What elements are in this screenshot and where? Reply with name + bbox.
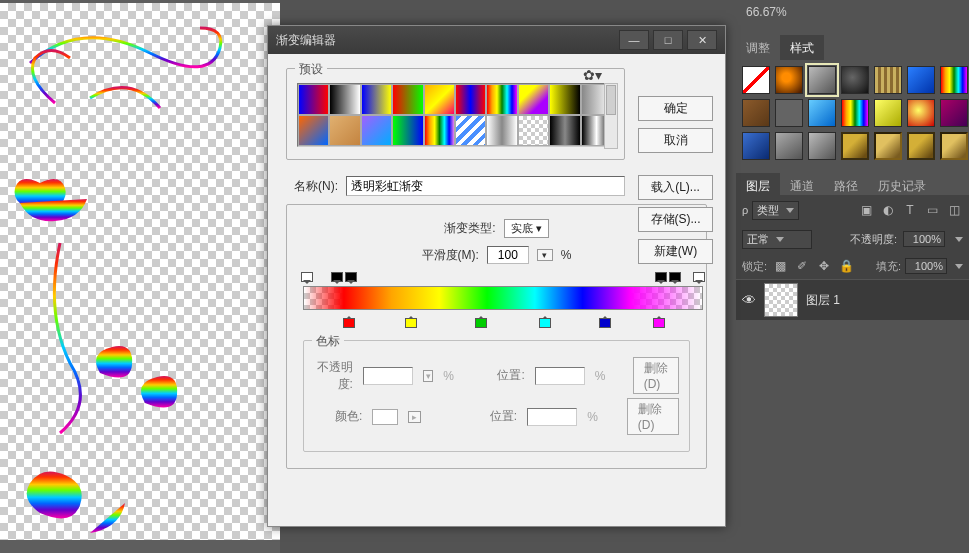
preset-swatch[interactable]: [424, 115, 455, 146]
tab-paths[interactable]: 路径: [824, 173, 868, 195]
style-swatch[interactable]: [841, 99, 869, 127]
layer-thumbnail[interactable]: [764, 283, 798, 317]
blend-mode-select[interactable]: 正常: [742, 230, 812, 249]
document-canvas[interactable]: [0, 3, 280, 540]
dialog-titlebar[interactable]: 渐变编辑器 — □ ✕: [268, 26, 725, 54]
color-location-field[interactable]: [527, 408, 577, 426]
filter-adjust-icon[interactable]: ◐: [879, 201, 897, 219]
smoothness-input[interactable]: [487, 246, 529, 264]
gradient-type-select[interactable]: 实底 ▾: [504, 219, 549, 238]
filter-image-icon[interactable]: ▣: [857, 201, 875, 219]
filter-smart-icon[interactable]: ◫: [945, 201, 963, 219]
tab-styles[interactable]: 样式: [780, 35, 824, 60]
save-button[interactable]: 存储(S)...: [638, 207, 713, 232]
tab-adjust[interactable]: 调整: [736, 35, 780, 60]
style-swatch[interactable]: [742, 132, 770, 160]
preset-swatch[interactable]: [361, 84, 392, 115]
style-swatch[interactable]: [775, 99, 803, 127]
style-swatch[interactable]: [940, 99, 968, 127]
style-swatch[interactable]: [874, 132, 902, 160]
style-swatch[interactable]: [742, 66, 770, 94]
color-stop[interactable]: [539, 316, 549, 328]
preset-swatch[interactable]: [549, 84, 580, 115]
opacity-location-field[interactable]: [535, 367, 585, 385]
ok-button[interactable]: 确定: [638, 96, 713, 121]
filter-type-icon[interactable]: T: [901, 201, 919, 219]
lock-move-icon[interactable]: ✥: [815, 257, 833, 275]
tab-layers[interactable]: 图层: [736, 173, 780, 195]
style-swatch[interactable]: [907, 99, 935, 127]
preset-swatch[interactable]: [424, 84, 455, 115]
layer-type-select[interactable]: 类型: [752, 201, 799, 220]
layer-row[interactable]: 👁 图层 1: [736, 280, 969, 320]
zoom-level[interactable]: 66.67%: [746, 5, 787, 19]
preset-swatch[interactable]: [486, 84, 517, 115]
preset-swatch[interactable]: [486, 115, 517, 146]
layer-name[interactable]: 图层 1: [806, 292, 840, 309]
preset-swatch[interactable]: [329, 115, 360, 146]
opacity-stepper[interactable]: ▾: [423, 370, 433, 382]
visibility-icon[interactable]: 👁: [742, 292, 756, 308]
opacity-stop[interactable]: [655, 272, 665, 284]
opacity-stop[interactable]: [301, 272, 311, 284]
gradient-bar[interactable]: [303, 286, 703, 310]
lock-brush-icon[interactable]: ✐: [793, 257, 811, 275]
style-swatch[interactable]: [874, 66, 902, 94]
tab-history[interactable]: 历史记录: [868, 173, 936, 195]
opacity-stop[interactable]: [669, 272, 679, 284]
preset-swatch[interactable]: [549, 115, 580, 146]
style-swatch[interactable]: [808, 132, 836, 160]
gradient-bar-editor[interactable]: [303, 272, 703, 328]
opacity-stop[interactable]: [331, 272, 341, 284]
preset-swatch[interactable]: [455, 115, 486, 146]
style-swatch[interactable]: [775, 132, 803, 160]
smoothness-stepper[interactable]: ▾: [537, 249, 553, 261]
preset-swatch[interactable]: [518, 115, 549, 146]
close-button[interactable]: ✕: [687, 30, 717, 50]
color-stop[interactable]: [653, 316, 663, 328]
filter-shape-icon[interactable]: ▭: [923, 201, 941, 219]
preset-swatch[interactable]: [329, 84, 360, 115]
tab-channels[interactable]: 通道: [780, 173, 824, 195]
style-swatch-selected[interactable]: [808, 66, 836, 94]
style-swatch[interactable]: [940, 66, 968, 94]
gradient-name-input[interactable]: [346, 176, 625, 196]
color-stop[interactable]: [475, 316, 485, 328]
delete-opacity-stop-button[interactable]: 删除(D): [633, 357, 679, 394]
preset-swatch[interactable]: [298, 115, 329, 146]
preset-swatch[interactable]: [392, 115, 423, 146]
style-swatch[interactable]: [742, 99, 770, 127]
maximize-button[interactable]: □: [653, 30, 683, 50]
style-swatch[interactable]: [775, 66, 803, 94]
preset-swatch[interactable]: [518, 84, 549, 115]
delete-color-stop-button[interactable]: 删除(D): [627, 398, 679, 435]
opacity-stop[interactable]: [693, 272, 703, 284]
color-well[interactable]: [372, 409, 398, 425]
style-swatch[interactable]: [907, 132, 935, 160]
opacity-value[interactable]: 100%: [903, 231, 945, 247]
load-button[interactable]: 载入(L)...: [638, 175, 713, 200]
opacity-field[interactable]: [363, 367, 413, 385]
opacity-stop[interactable]: [345, 272, 355, 284]
lock-pixels-icon[interactable]: ▩: [771, 257, 789, 275]
color-stop[interactable]: [405, 316, 415, 328]
style-swatch[interactable]: [841, 132, 869, 160]
color-stop[interactable]: [343, 316, 353, 328]
preset-swatch[interactable]: [392, 84, 423, 115]
style-swatch[interactable]: [841, 66, 869, 94]
minimize-button[interactable]: —: [619, 30, 649, 50]
style-swatch[interactable]: [808, 99, 836, 127]
color-picker-arrow[interactable]: ▸: [408, 411, 420, 423]
cancel-button[interactable]: 取消: [638, 128, 713, 153]
new-button[interactable]: 新建(W): [638, 239, 713, 264]
presets-menu-icon[interactable]: ✿▾: [583, 67, 602, 83]
style-swatch[interactable]: [874, 99, 902, 127]
preset-swatch[interactable]: [298, 84, 329, 115]
preset-swatch[interactable]: [455, 84, 486, 115]
fill-value[interactable]: 100%: [905, 258, 947, 274]
color-stop[interactable]: [599, 316, 609, 328]
style-swatch[interactable]: [940, 132, 968, 160]
preset-swatch[interactable]: [361, 115, 392, 146]
lock-all-icon[interactable]: 🔒: [837, 257, 855, 275]
style-swatch[interactable]: [907, 66, 935, 94]
